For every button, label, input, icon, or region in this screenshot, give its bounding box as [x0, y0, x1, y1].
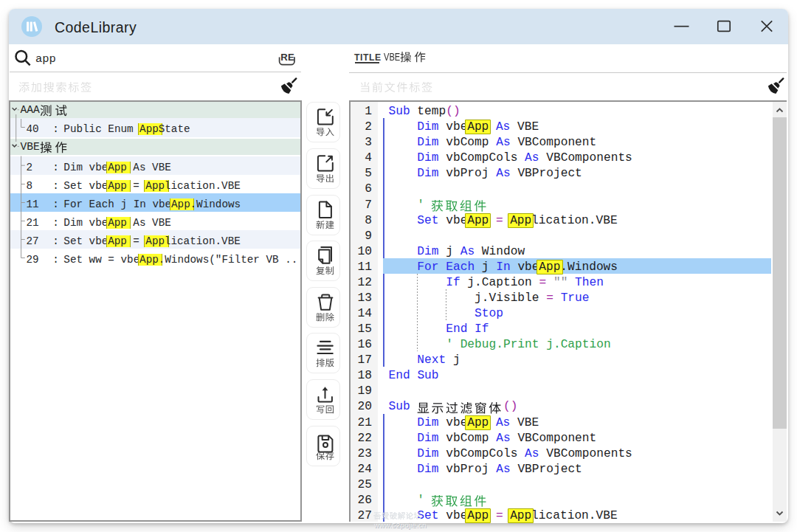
svg-text:RE: RE: [280, 52, 294, 63]
